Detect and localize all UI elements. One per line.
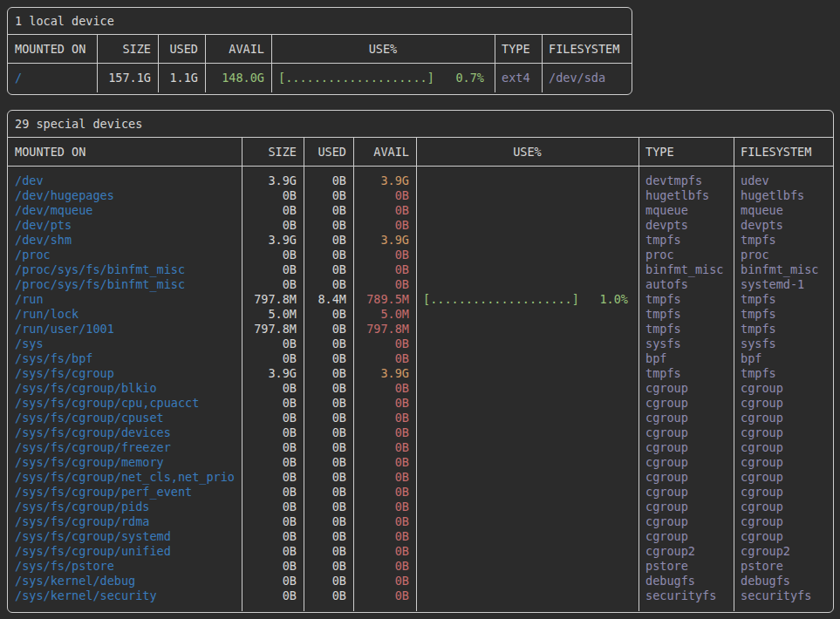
column-separator xyxy=(242,138,242,611)
use-cell xyxy=(416,203,639,218)
column-separator xyxy=(97,35,98,92)
used-cell: 0B xyxy=(304,307,353,322)
table-body: /dev3.9G0B3.9Gdevtmpfsudev/dev/hugepages… xyxy=(8,167,833,603)
column-header: SIZE xyxy=(97,35,158,63)
avail-cell: 0B xyxy=(353,188,416,203)
mounted-on-cell: /sys/fs/cgroup/blkio xyxy=(8,381,242,396)
type-cell: pstore xyxy=(639,559,734,574)
use-cell xyxy=(416,218,639,233)
used-cell: 0B xyxy=(304,322,353,337)
terminal-screen: { "colors": { "background": "#2b2b2b", "… xyxy=(0,0,840,619)
filesystem-cell: mqueue xyxy=(734,203,833,218)
table-row: /sys/kernel/security0B0B0Bsecurityfssecu… xyxy=(8,588,833,603)
use-cell: [....................]1.0% xyxy=(416,292,639,307)
mounted-on-cell: /sys/fs/cgroup/unified xyxy=(8,544,242,559)
table-row: /sys/fs/cgroup/memory0B0B0Bcgroupcgroup xyxy=(8,455,833,470)
filesystem-cell: cgroup xyxy=(734,529,833,544)
column-separator xyxy=(734,138,734,611)
avail-cell: 0B xyxy=(353,381,416,396)
size-cell: 5.0M xyxy=(242,307,304,322)
mounted-on-cell: /sys/fs/cgroup/freezer xyxy=(8,440,242,455)
avail-cell: 0B xyxy=(353,277,416,292)
filesystem-cell: bpf xyxy=(734,351,833,366)
avail-cell: 0B xyxy=(353,455,416,470)
table-row: /sys/fs/cgroup/freezer0B0B0Bcgroupcgroup xyxy=(8,440,833,455)
column-header: USED xyxy=(158,35,205,63)
filesystem-cell: tmpfs xyxy=(734,322,833,337)
size-cell: 0B xyxy=(242,514,304,529)
avail-cell: 3.9G xyxy=(353,173,416,188)
avail-cell: 5.0M xyxy=(353,307,416,322)
size-cell: 0B xyxy=(242,381,304,396)
size-cell: 0B xyxy=(242,351,304,366)
table-row: /sys/fs/bpf0B0B0Bbpfbpf xyxy=(8,351,833,366)
filesystem-cell: cgroup xyxy=(734,411,833,425)
avail-cell: 0B xyxy=(353,529,416,544)
table-row: /sys/fs/cgroup/perf_event0B0B0Bcgroupcgr… xyxy=(8,485,833,500)
table-row: /dev/shm3.9G0B3.9Gtmpfstmpfs xyxy=(8,233,833,248)
mounted-on-cell: /sys/fs/cgroup/cpuset xyxy=(8,411,242,425)
type-cell: tmpfs xyxy=(639,292,734,307)
used-cell: 0B xyxy=(304,188,353,203)
filesystem-cell: pstore xyxy=(734,559,833,574)
table-row: /proc0B0B0Bprocproc xyxy=(8,248,833,262)
size-cell: 0B xyxy=(242,425,304,440)
mounted-on-cell: /sys/fs/cgroup/pids xyxy=(8,500,242,514)
table-row: /sys/fs/pstore0B0B0Bpstorepstore xyxy=(8,559,833,574)
table-row: /sys/fs/cgroup/blkio0B0B0Bcgroupcgroup xyxy=(8,381,833,396)
avail-cell: 0B xyxy=(353,574,416,588)
avail-cell: 789.5M xyxy=(353,292,416,307)
size-cell: 0B xyxy=(242,248,304,262)
size-cell: 0B xyxy=(242,218,304,233)
table-row: /run/user/1001797.8M0B797.8Mtmpfstmpfs xyxy=(8,322,833,337)
type-cell: hugetlbfs xyxy=(639,188,734,203)
column-separator xyxy=(205,35,206,92)
header-row: MOUNTED ONSIZEUSEDAVAILUSE%TYPEFILESYSTE… xyxy=(8,138,833,167)
duf-special-devices-table: 29 special devices MOUNTED ONSIZEUSEDAVA… xyxy=(7,110,834,613)
avail-cell: 0B xyxy=(353,559,416,574)
avail-cell: 0B xyxy=(353,337,416,351)
mounted-on-cell: /sys/kernel/debug xyxy=(8,574,242,588)
use-cell xyxy=(416,514,639,529)
mounted-on-cell: /run/lock xyxy=(8,307,242,322)
type-cell: tmpfs xyxy=(639,322,734,337)
mounted-on-cell: /proc/sys/fs/binfmt_misc xyxy=(8,262,242,277)
avail-cell: 0B xyxy=(353,514,416,529)
column-separator xyxy=(353,138,354,611)
table-row: /dev3.9G0B3.9Gdevtmpfsudev xyxy=(8,173,833,188)
filesystem-cell: sysfs xyxy=(734,337,833,351)
filesystem-cell: systemd-1 xyxy=(734,277,833,292)
column-header: USE% xyxy=(416,138,639,166)
column-separator xyxy=(271,35,272,92)
table-row: /sys/fs/cgroup/devices0B0B0Bcgroupcgroup xyxy=(8,425,833,440)
table-row: /sys/fs/cgroup/cpu,cpuacct0B0B0Bcgroupcg… xyxy=(8,396,833,411)
avail-cell: 0B xyxy=(353,203,416,218)
used-cell: 0B xyxy=(304,425,353,440)
duf-local-devices-table: 1 local device MOUNTED ONSIZEUSEDAVAILUS… xyxy=(7,7,632,95)
used-cell: 8.4M xyxy=(304,292,353,307)
avail-cell: 0B xyxy=(353,485,416,500)
table-title: 1 local device xyxy=(8,8,632,35)
column-header: FILESYSTEM xyxy=(734,138,833,166)
type-cell: debugfs xyxy=(639,574,734,588)
mounted-on-cell: /sys/fs/cgroup xyxy=(8,366,242,381)
filesystem-cell: tmpfs xyxy=(734,366,833,381)
mounted-on-cell: /sys/fs/cgroup/perf_event xyxy=(8,485,242,500)
mounted-on-cell: /sys/fs/cgroup/systemd xyxy=(8,529,242,544)
table-row: /sys/fs/cgroup/pids0B0B0Bcgroupcgroup xyxy=(8,500,833,514)
used-cell: 0B xyxy=(304,218,353,233)
header-row: MOUNTED ONSIZEUSEDAVAILUSE%TYPEFILESYSTE… xyxy=(8,35,632,64)
avail-cell: 797.8M xyxy=(353,322,416,337)
type-cell: binfmt_misc xyxy=(639,262,734,277)
size-cell: 0B xyxy=(242,396,304,411)
filesystem-cell: udev xyxy=(734,173,833,188)
filesystem-cell: cgroup xyxy=(734,381,833,396)
size-cell: 0B xyxy=(242,485,304,500)
used-cell: 0B xyxy=(304,277,353,292)
mounted-on-cell: /run xyxy=(8,292,242,307)
used-cell: 0B xyxy=(304,411,353,425)
used-cell: 0B xyxy=(304,440,353,455)
size-cell: 0B xyxy=(242,411,304,425)
column-header: AVAIL xyxy=(353,138,416,166)
mounted-on-cell: /sys/kernel/security xyxy=(8,588,242,603)
